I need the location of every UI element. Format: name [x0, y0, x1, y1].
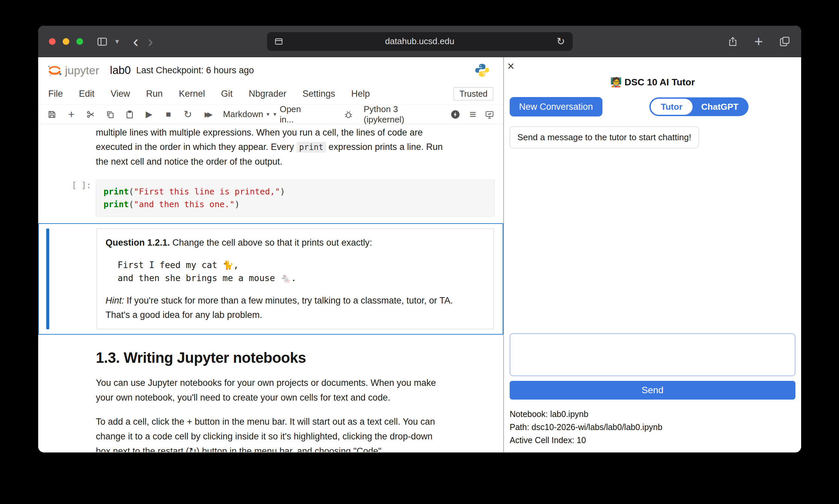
- section-heading: 1.3. Writing Jupyter notebooks: [96, 349, 495, 366]
- url-text: datahub.ucsd.edu: [291, 36, 549, 47]
- cell-type-value: Markdown: [223, 109, 263, 120]
- notebook-menubar: File Edit View Run Kernel Git Nbgrader S…: [38, 83, 503, 105]
- menu-help[interactable]: Help: [351, 89, 370, 99]
- menu-file[interactable]: File: [48, 89, 63, 99]
- mode-segmented-control: Tutor ChatGPT: [649, 97, 749, 116]
- menu-git[interactable]: Git: [221, 89, 233, 99]
- new-conversation-button[interactable]: New Conversation: [510, 97, 602, 116]
- minimize-window-button[interactable]: [63, 38, 69, 45]
- menu-kernel[interactable]: Kernel: [179, 89, 205, 99]
- code-editor[interactable]: print("First this line is printed,") pri…: [96, 180, 495, 217]
- close-window-button[interactable]: [49, 38, 56, 45]
- traffic-lights: [49, 38, 83, 45]
- notebook-status: Notebook: lab0.ipynb: [510, 408, 795, 421]
- kernel-status-icon: [450, 109, 461, 120]
- page-settings-icon[interactable]: [267, 37, 291, 46]
- notebook-title[interactable]: lab0: [110, 64, 131, 77]
- jupyter-logo[interactable]: jupyter: [47, 62, 99, 78]
- inline-code-print: print: [296, 142, 326, 152]
- chevron-down-icon: ▾: [273, 111, 276, 118]
- paste-cell-icon[interactable]: [124, 109, 135, 120]
- interrupt-kernel-icon[interactable]: ■: [163, 109, 174, 120]
- menu-edit[interactable]: Edit: [79, 89, 95, 99]
- open-in-dropdown[interactable]: ▾ Open in...: [273, 104, 317, 125]
- section-paragraph-1: You can use Jupyter notebooks for your o…: [96, 376, 495, 405]
- jupyter-logo-text: jupyter: [65, 64, 99, 77]
- run-cell-icon[interactable]: ▶: [143, 109, 155, 120]
- question-text: Question 1.2.1. Change the cell above so…: [105, 236, 485, 250]
- ai-tutor-panel: × 🧑‍🏫 DSC 10 AI Tutor New Conversation T…: [503, 57, 801, 452]
- presentation-icon[interactable]: [484, 109, 495, 120]
- menu-view[interactable]: View: [110, 89, 130, 99]
- code-cell[interactable]: [ ]: print("First this line is printed,"…: [38, 174, 503, 217]
- chat-history-area: [510, 148, 795, 333]
- cell-type-dropdown[interactable]: Markdown ▾: [223, 109, 269, 120]
- new-tab-button[interactable]: +: [754, 34, 763, 49]
- notebook-pane: jupyter lab0 Last Checkpoint: 6 hours ag…: [38, 57, 503, 452]
- code-line-2: print("and then this one."): [104, 198, 487, 211]
- sidebar-toggle-icon[interactable]: [97, 36, 108, 47]
- trusted-badge[interactable]: Trusted: [454, 87, 493, 101]
- markdown-cell-question-selected[interactable]: Question 1.2.1. Change the cell above so…: [38, 223, 503, 335]
- back-button[interactable]: ‹: [128, 34, 143, 50]
- restart-kernel-icon[interactable]: ↻: [182, 109, 194, 120]
- intro-line-1: multiple lines with multiple expressions…: [96, 126, 495, 140]
- tutor-title: 🧑‍🏫 DSC 10 AI Tutor: [510, 77, 795, 88]
- share-icon[interactable]: [727, 36, 738, 47]
- kernel-name[interactable]: Python 3 (ipykernel): [363, 104, 441, 125]
- cell-prompt: [ ]:: [38, 174, 96, 217]
- tutor-controls: New Conversation Tutor ChatGPT: [510, 97, 795, 116]
- checkpoint-status: Last Checkpoint: 6 hours ago: [136, 65, 254, 76]
- intro-line-3: the next cell and notice the order of th…: [96, 155, 495, 169]
- tab-chatgpt[interactable]: ChatGPT: [692, 102, 747, 112]
- open-in-label: Open in...: [280, 104, 318, 125]
- question-hint: Hint: If you're stuck for more than a fe…: [105, 293, 485, 322]
- chat-input[interactable]: [510, 333, 795, 376]
- close-panel-icon[interactable]: ×: [507, 59, 514, 73]
- section-paragraph-2: To add a cell, click the + button in the…: [96, 414, 495, 452]
- active-cell-status: Active Cell Index: 10: [510, 434, 795, 447]
- browser-window: ▾ ‹ › datahub.ucsd.edu ↻ +: [38, 26, 801, 452]
- menu-settings[interactable]: Settings: [303, 89, 336, 99]
- reload-icon[interactable]: ↻: [557, 35, 565, 47]
- jupyter-logo-icon: [47, 62, 62, 78]
- forward-button[interactable]: ›: [143, 34, 158, 50]
- tab-overview-icon[interactable]: [779, 36, 790, 47]
- browser-toolbar: ▾ ‹ › datahub.ucsd.edu ↻ +: [38, 26, 801, 57]
- chevron-down-icon: ▾: [267, 111, 270, 118]
- markdown-cell-intro[interactable]: multiple lines with multiple expressions…: [38, 126, 503, 169]
- empty-chat-message: Send a message to the tutor to start cha…: [510, 126, 699, 148]
- notebook-toolbar: + ▶ ■ ↻ ▶: [38, 105, 503, 124]
- path-status: Path: dsc10-2026-wi/labs/lab0/lab0.ipynb: [510, 421, 795, 434]
- intro-line-2: executed in the order in which they appe…: [96, 140, 495, 155]
- copy-cell-icon[interactable]: [105, 109, 116, 120]
- send-button[interactable]: Send: [510, 381, 795, 400]
- save-icon[interactable]: [46, 109, 58, 120]
- code-line-1: print("First this line is printed,"): [104, 185, 487, 198]
- address-bar[interactable]: datahub.ucsd.edu ↻: [267, 32, 572, 51]
- menu-nbgrader[interactable]: Nbgrader: [249, 89, 287, 99]
- tutor-footer: Notebook: lab0.ipynb Path: dsc10-2026-wi…: [510, 408, 795, 447]
- restart-run-all-icon[interactable]: ▶▶: [202, 109, 213, 120]
- cut-cell-icon[interactable]: [85, 109, 97, 120]
- markdown-cell-section[interactable]: 1.3. Writing Jupyter notebooks You can u…: [38, 335, 503, 452]
- notebook-header: jupyter lab0 Last Checkpoint: 6 hours ag…: [38, 57, 503, 83]
- python-logo-icon: [475, 62, 490, 78]
- debugger-icon[interactable]: [343, 109, 354, 120]
- sidebar-caret-icon[interactable]: ▾: [115, 37, 119, 46]
- notebook-cells: multiple lines with multiple expressions…: [38, 124, 503, 452]
- question-code-block: First I feed my cat 🐈, and then she brin…: [118, 259, 485, 285]
- menu-run[interactable]: Run: [146, 89, 163, 99]
- zoom-window-button[interactable]: [76, 38, 83, 45]
- table-of-contents-icon[interactable]: ≡: [467, 109, 478, 120]
- tab-tutor[interactable]: Tutor: [651, 99, 692, 115]
- add-cell-icon[interactable]: +: [66, 109, 77, 120]
